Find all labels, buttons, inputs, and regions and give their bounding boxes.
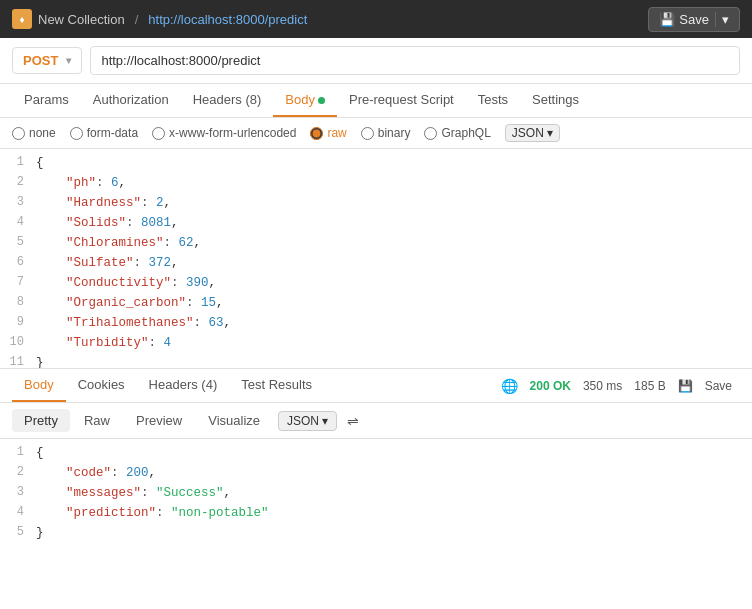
- code-line-3: 3 "Hardness": 2,: [0, 193, 752, 213]
- body-type-form-data[interactable]: form-data: [70, 126, 138, 140]
- resp-code-line-3: 3 "messages": "Success",: [0, 483, 752, 503]
- body-type-binary[interactable]: binary: [361, 126, 411, 140]
- response-tabs-left: Body Cookies Headers (4) Test Results: [12, 369, 324, 402]
- save-button[interactable]: 💾 Save ▾: [648, 7, 740, 32]
- body-type-none[interactable]: none: [12, 126, 56, 140]
- resp-code-line-2: 2 "code": 200,: [0, 463, 752, 483]
- collection-name: New Collection: [38, 12, 125, 27]
- resp-json-label: JSON: [287, 414, 319, 428]
- resp-pretty-btn[interactable]: Pretty: [12, 409, 70, 432]
- code-line-10: 10 "Turbidity": 4: [0, 333, 752, 353]
- response-status-bar: 🌐 200 OK 350 ms 185 B 💾 Save: [501, 378, 740, 394]
- response-section: Body Cookies Headers (4) Test Results 🌐 …: [0, 369, 752, 539]
- response-tabs: Body Cookies Headers (4) Test Results 🌐 …: [0, 369, 752, 403]
- tab-pre-request[interactable]: Pre-request Script: [337, 84, 466, 117]
- resp-code-line-5: 5 }: [0, 523, 752, 539]
- top-bar: ♦ New Collection / http://localhost:8000…: [0, 0, 752, 38]
- response-body-type-bar: Pretty Raw Preview Visualize JSON ▾ ⇌: [0, 403, 752, 439]
- code-line-8: 8 "Organic_carbon": 15,: [0, 293, 752, 313]
- tab-authorization[interactable]: Authorization: [81, 84, 181, 117]
- body-type-bar: none form-data x-www-form-urlencoded raw…: [0, 118, 752, 149]
- resp-preview-btn[interactable]: Preview: [124, 409, 194, 432]
- json-format-selector[interactable]: JSON ▾: [505, 124, 560, 142]
- json-badge-arrow: ▾: [547, 126, 553, 140]
- code-line-2: 2 "ph": 6,: [0, 173, 752, 193]
- response-save-label[interactable]: Save: [705, 379, 732, 393]
- resp-raw-btn[interactable]: Raw: [72, 409, 122, 432]
- json-badge-label: JSON: [512, 126, 544, 140]
- resp-tab-body[interactable]: Body: [12, 369, 66, 402]
- resp-tab-headers[interactable]: Headers (4): [137, 369, 230, 402]
- save-icon: 💾: [659, 12, 675, 27]
- app-icon: ♦: [12, 9, 32, 29]
- url-bar: POST ▾: [0, 38, 752, 84]
- resp-code-line-1: 1 {: [0, 443, 752, 463]
- response-save-icon: 💾: [678, 379, 693, 393]
- top-bar-left: ♦ New Collection / http://localhost:8000…: [12, 9, 307, 29]
- tab-params[interactable]: Params: [12, 84, 81, 117]
- request-tabs: Params Authorization Headers (8) Body Pr…: [0, 84, 752, 118]
- code-line-6: 6 "Sulfate": 372,: [0, 253, 752, 273]
- code-line-9: 9 "Trihalomethanes": 63,: [0, 313, 752, 333]
- tab-body[interactable]: Body: [273, 84, 337, 117]
- method-select[interactable]: POST ▾: [12, 47, 82, 74]
- tab-headers[interactable]: Headers (8): [181, 84, 274, 117]
- method-label: POST: [23, 53, 58, 68]
- breadcrumb-separator: /: [135, 12, 139, 27]
- resp-json-selector[interactable]: JSON ▾: [278, 411, 337, 431]
- status-code: 200 OK: [530, 379, 571, 393]
- response-body-editor: 1 { 2 "code": 200, 3 "messages": "Succes…: [0, 439, 752, 539]
- body-type-urlencoded[interactable]: x-www-form-urlencoded: [152, 126, 296, 140]
- code-line-11: 11 }: [0, 353, 752, 369]
- resp-code-line-4: 4 "prediction": "non-potable": [0, 503, 752, 523]
- response-size: 185 B: [634, 379, 665, 393]
- tab-tests[interactable]: Tests: [466, 84, 520, 117]
- body-type-graphql[interactable]: GraphQL: [424, 126, 490, 140]
- request-url-title: http://localhost:8000/predict: [148, 12, 307, 27]
- code-line-5: 5 "Chloramines": 62,: [0, 233, 752, 253]
- code-line-1: 1 {: [0, 153, 752, 173]
- resp-json-arrow: ▾: [322, 414, 328, 428]
- code-line-7: 7 "Conductivity": 390,: [0, 273, 752, 293]
- url-input[interactable]: [90, 46, 740, 75]
- globe-icon: 🌐: [501, 378, 518, 394]
- body-type-raw[interactable]: raw: [310, 126, 346, 140]
- response-time: 350 ms: [583, 379, 622, 393]
- tab-settings[interactable]: Settings: [520, 84, 591, 117]
- code-line-4: 4 "Solids": 8081,: [0, 213, 752, 233]
- resp-tab-test-results[interactable]: Test Results: [229, 369, 324, 402]
- save-label: Save: [679, 12, 709, 27]
- resp-visualize-btn[interactable]: Visualize: [196, 409, 272, 432]
- filter-icon[interactable]: ⇌: [347, 413, 359, 429]
- request-body-editor[interactable]: 1 { 2 "ph": 6, 3 "Hardness": 2, 4 "Solid…: [0, 149, 752, 369]
- resp-tab-cookies[interactable]: Cookies: [66, 369, 137, 402]
- method-dropdown-arrow: ▾: [66, 55, 71, 66]
- body-dot: [318, 97, 325, 104]
- save-dropdown-arrow[interactable]: ▾: [715, 12, 729, 27]
